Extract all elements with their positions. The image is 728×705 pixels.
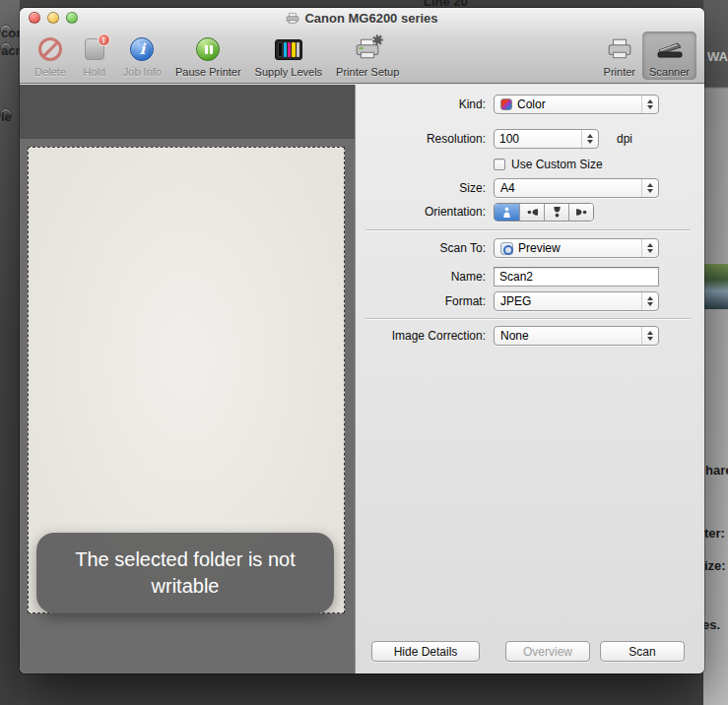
- hold-icon: !: [85, 38, 104, 60]
- hold-badge-icon: !: [98, 33, 110, 46]
- toolbar-supply-levels-button[interactable]: Supply Levels: [248, 32, 330, 80]
- toolbar-hold-button[interactable]: ! Hold: [73, 32, 116, 80]
- toolbar-printer-view-label: Printer: [604, 66, 635, 78]
- toolbar-job-info-button[interactable]: i Job Info: [116, 32, 168, 80]
- toolbar-printer-view-button[interactable]: Printer: [597, 32, 642, 80]
- zoom-button[interactable]: [66, 12, 78, 24]
- toolbar-printer-setup-label: Printer Setup: [336, 66, 399, 78]
- format-popup[interactable]: JPEG: [494, 291, 659, 311]
- color-swatch-icon: [500, 98, 512, 110]
- toolbar-pause-printer-label: Pause Printer: [175, 66, 241, 78]
- background-text-fragment: hare: [705, 463, 728, 478]
- background-text-fragment: ize:: [704, 558, 726, 573]
- printer-queue-window: Canon MG6200 series Delete ! Hold i: [20, 8, 704, 673]
- dpi-label: dpi: [617, 132, 632, 146]
- popup-arrows-icon: [641, 292, 658, 310]
- orientation-landscape-left-segment[interactable]: [519, 204, 544, 221]
- landscape-right-person-icon: [576, 207, 587, 218]
- resolution-label: Resolution:: [356, 132, 494, 146]
- background-text-fragment: com: [0, 25, 12, 36]
- format-value: JPEG: [500, 294, 636, 308]
- window-chrome: Canon MG6200 series Delete ! Hold i: [20, 8, 704, 84]
- toolbar-delete-button[interactable]: Delete: [28, 32, 73, 80]
- background-left-window: [0, 0, 20, 705]
- popup-arrows-icon: [641, 239, 658, 257]
- use-custom-size-checkbox[interactable]: [494, 159, 505, 170]
- background-text-fragment: ter:: [704, 526, 725, 541]
- scan-preview-pane: The selected folder is not writable: [20, 85, 355, 673]
- resolution-input[interactable]: [495, 132, 581, 146]
- job-info-icon: i: [130, 37, 154, 61]
- popup-arrows-icon: [641, 327, 658, 345]
- window-title: Canon MG6200 series: [304, 11, 437, 26]
- popup-arrows-icon: [641, 96, 658, 113]
- supply-levels-icon: [275, 39, 302, 60]
- titlebar[interactable]: Canon MG6200 series: [20, 8, 704, 29]
- orientation-label: Orientation:: [356, 205, 494, 219]
- landscape-left-person-icon: [527, 207, 538, 218]
- form-separator: [365, 229, 691, 230]
- name-input[interactable]: [494, 267, 659, 287]
- use-custom-size-label[interactable]: Use Custom Size: [511, 158, 603, 171]
- kind-label: Kind:: [356, 97, 494, 111]
- size-label: Size:: [356, 181, 494, 195]
- overview-button[interactable]: Overview: [505, 641, 590, 662]
- background-text-fragment: le: [0, 108, 12, 120]
- kind-value: Color: [517, 97, 636, 111]
- hide-details-button[interactable]: Hide Details: [371, 641, 480, 662]
- orientation-reverse-portrait-segment[interactable]: [544, 204, 568, 221]
- toolbar-scanner-view-label: Scanner: [649, 66, 690, 78]
- toolbar-scanner-view-button[interactable]: Scanner: [642, 32, 696, 80]
- delete-icon: [38, 37, 62, 61]
- toolbar-supply-levels-label: Supply Levels: [255, 66, 323, 78]
- gear-icon: [372, 34, 383, 45]
- reverse-portrait-person-icon: [552, 207, 563, 218]
- name-label: Name:: [356, 270, 494, 284]
- background-text-fragment: WA: [707, 49, 728, 64]
- toolbar-delete-label: Delete: [34, 66, 66, 78]
- popup-arrows-icon: [641, 179, 658, 197]
- background-text-fragment: acru: [0, 42, 12, 54]
- window-content: The selected folder is not writable Kind…: [20, 85, 704, 673]
- background-right-window: [703, 0, 728, 705]
- scan-to-popup[interactable]: Preview: [494, 238, 659, 258]
- window-printer-icon: [286, 13, 299, 25]
- orientation-segmented-control: [494, 203, 594, 222]
- format-label: Format:: [356, 294, 494, 308]
- form-separator: [365, 318, 691, 319]
- image-correction-value: None: [500, 329, 636, 343]
- toolbar-job-info-label: Job Info: [123, 66, 162, 78]
- close-button[interactable]: [29, 12, 40, 24]
- toolbar: Delete ! Hold i Job Info Pause Printer: [20, 29, 704, 83]
- background-text-fragment: es.: [702, 617, 720, 632]
- printer-view-icon: [607, 38, 632, 60]
- toolbar-printer-setup-button[interactable]: Printer Setup: [329, 32, 406, 80]
- scan-to-value: Preview: [518, 241, 636, 255]
- portrait-person-icon: [501, 207, 512, 218]
- toolbar-hold-label: Hold: [83, 66, 105, 78]
- scan-settings-pane: Kind: Color Resolution: dpi: [355, 85, 704, 673]
- preview-top-strip: [20, 85, 355, 139]
- toolbar-pause-printer-button[interactable]: Pause Printer: [168, 32, 248, 80]
- orientation-portrait-segment[interactable]: [495, 204, 519, 221]
- size-popup[interactable]: A4: [494, 178, 659, 198]
- scanner-view-icon: [656, 38, 684, 60]
- scan-button[interactable]: Scan: [600, 641, 685, 662]
- image-correction-label: Image Correction:: [356, 329, 494, 343]
- kind-popup[interactable]: Color: [494, 95, 659, 114]
- image-correction-popup[interactable]: None: [494, 326, 659, 346]
- folder-not-writable-toast: The selected folder is not writable: [36, 533, 334, 613]
- size-value: A4: [500, 181, 636, 195]
- minimize-button[interactable]: [47, 12, 59, 24]
- resolution-stepper-icon[interactable]: [581, 130, 598, 148]
- pause-printer-icon: [196, 37, 220, 61]
- preview-app-icon: [500, 242, 513, 255]
- scan-to-label: Scan To:: [356, 241, 494, 255]
- background-photo-thumbnails: [703, 264, 728, 309]
- orientation-landscape-right-segment[interactable]: [568, 204, 593, 221]
- resolution-combo[interactable]: [494, 129, 599, 149]
